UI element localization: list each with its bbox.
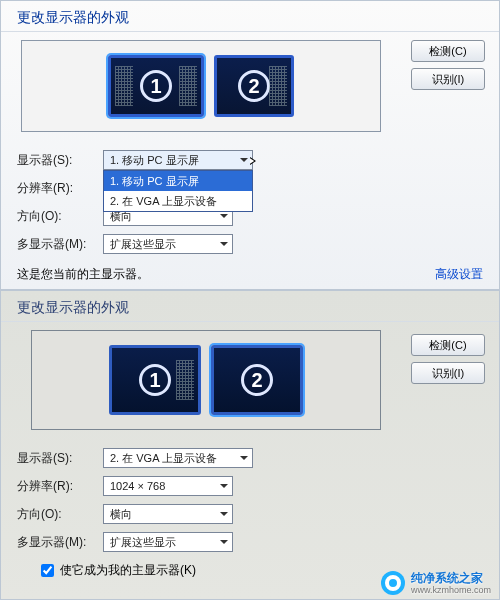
monitor-1[interactable]: 1 — [108, 55, 204, 117]
multi-dropdown[interactable]: 扩展这些显示 — [103, 532, 233, 552]
orientation-label: 方向(O): — [17, 506, 103, 523]
multi-label: 多显示器(M): — [17, 534, 103, 551]
monitor-2[interactable]: 2 — [214, 55, 294, 117]
resolution-dropdown-value: 1024 × 768 — [110, 480, 165, 492]
primary-display-note: 这是您当前的主显示器。 — [17, 266, 149, 283]
monitor-arrangement[interactable]: 1 2 — [21, 40, 381, 132]
detect-button[interactable]: 检测(C) — [411, 40, 485, 62]
monitor-2[interactable]: 2 — [211, 345, 303, 415]
monitor-1-number: 1 — [140, 70, 172, 102]
multi-dropdown-value: 扩展这些显示 — [110, 238, 176, 250]
monitor-2-number: 2 — [238, 70, 270, 102]
display-dropdown[interactable]: 1. 移动 PC 显示屏 1. 移动 PC 显示屏 2. 在 VGA 上显示设备 — [103, 150, 253, 170]
display-option-1[interactable]: 1. 移动 PC 显示屏 — [104, 171, 252, 191]
monitor-1-number: 1 — [139, 364, 171, 396]
monitor-2-number: 2 — [241, 364, 273, 396]
resolution-label: 分辨率(R): — [17, 478, 103, 495]
identify-button[interactable]: 识别(I) — [411, 362, 485, 384]
watermark-url: www.kzmhome.com — [411, 585, 491, 595]
orientation-dropdown[interactable]: 横向 — [103, 504, 233, 524]
monitor-1[interactable]: 1 — [109, 345, 201, 415]
monitor-arrangement[interactable]: 1 2 — [31, 330, 381, 430]
page-title: 更改显示器的外观 — [1, 291, 499, 322]
display-dropdown-list: 1. 移动 PC 显示屏 2. 在 VGA 上显示设备 — [103, 170, 253, 212]
orientation-label: 方向(O): — [17, 208, 103, 225]
multi-dropdown[interactable]: 扩展这些显示 — [103, 234, 233, 254]
display-option-2[interactable]: 2. 在 VGA 上显示设备 — [104, 191, 252, 211]
make-primary-checkbox[interactable] — [41, 564, 54, 577]
identify-button[interactable]: 识别(I) — [411, 68, 485, 90]
make-primary-label: 使它成为我的主显示器(K) — [60, 562, 196, 579]
watermark-logo-icon — [381, 571, 405, 595]
display-dropdown-value: 1. 移动 PC 显示屏 — [110, 154, 199, 166]
display-label: 显示器(S): — [17, 152, 103, 169]
multi-label: 多显示器(M): — [17, 236, 103, 253]
page-title: 更改显示器的外观 — [1, 1, 499, 32]
cursor-icon — [250, 157, 256, 165]
display-label: 显示器(S): — [17, 450, 103, 467]
advanced-settings-link[interactable]: 高级设置 — [435, 266, 483, 283]
resolution-dropdown[interactable]: 1024 × 768 — [103, 476, 233, 496]
orientation-dropdown-value: 横向 — [110, 508, 132, 520]
resolution-label: 分辨率(R): — [17, 180, 103, 197]
watermark: 纯净系统之家 www.kzmhome.com — [381, 570, 491, 595]
detect-button[interactable]: 检测(C) — [411, 334, 485, 356]
multi-dropdown-value: 扩展这些显示 — [110, 536, 176, 548]
display-dropdown-value: 2. 在 VGA 上显示设备 — [110, 452, 217, 464]
display-dropdown[interactable]: 2. 在 VGA 上显示设备 — [103, 448, 253, 468]
